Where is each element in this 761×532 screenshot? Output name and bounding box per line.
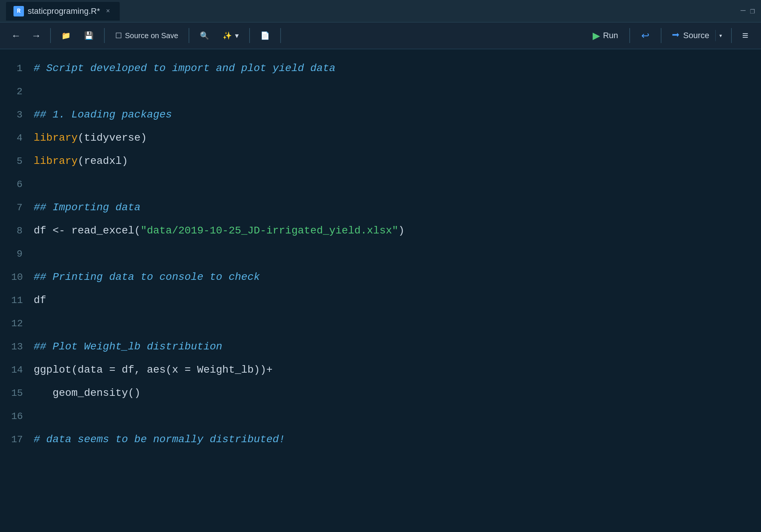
code-content-7: ## Importing data: [34, 196, 141, 219]
code-content-8: df <- read_excel("data/2019-10-25_JD-irr…: [34, 219, 404, 242]
source-on-save-button[interactable]: ☐ Source on Save: [110, 28, 183, 43]
maximize-button[interactable]: ❐: [750, 6, 755, 16]
code-line-7: 7 ## Importing data: [0, 196, 761, 219]
tab-close-button[interactable]: ×: [104, 7, 112, 16]
run-button[interactable]: ▶ Run: [587, 27, 624, 45]
code-line-2: 2: [0, 80, 761, 103]
code-content-1: # Script developed to import and plot yi…: [34, 57, 336, 80]
forward-button[interactable]: →: [28, 28, 45, 44]
source-dropdown-button[interactable]: ▾: [715, 30, 726, 41]
save-icon: 💾: [84, 31, 94, 40]
source-on-save-label: Source on Save: [125, 31, 178, 40]
code-content-15: geom_density(): [34, 382, 141, 405]
code-line-12: 12: [0, 312, 761, 335]
code-line-13: 13 ## Plot Weight_lb distribution: [0, 335, 761, 358]
separator-3: [189, 28, 189, 43]
folder-icon: 📁: [61, 31, 71, 40]
rerun-button[interactable]: ↩: [635, 27, 655, 45]
separator-2: [104, 28, 105, 43]
code-line-1: 1 # Script developed to import and plot …: [0, 57, 761, 80]
line-number-1: 1: [11, 57, 34, 80]
search-icon: 🔍: [200, 31, 209, 40]
code-line-4: 4 library(tidyverse): [0, 126, 761, 150]
line-number-12: 12: [11, 312, 34, 335]
source-arrow-icon: ⮕: [672, 31, 680, 40]
line-number-9: 9: [11, 242, 34, 266]
code-line-8: 8 df <- read_excel("data/2019-10-25_JD-i…: [0, 219, 761, 242]
r-file-icon: R: [13, 6, 24, 16]
editor-tab[interactable]: R staticprograming.R* ×: [6, 2, 120, 21]
line-number-16: 16: [11, 405, 34, 428]
source-control: ⮕ Source ▾: [667, 28, 726, 43]
code-line-5: 5 library(readxl): [0, 150, 761, 173]
line-number-15: 15: [11, 382, 34, 405]
line-number-3: 3: [11, 103, 34, 126]
source-button[interactable]: ⮕ Source: [667, 28, 715, 43]
code-content-14: ggplot(data = df, aes(x = Weight_lb))+: [34, 358, 273, 382]
forward-icon: →: [31, 30, 41, 41]
line-number-7: 7: [11, 196, 34, 219]
code-line-10: 10 ## Printing data to console to check: [0, 266, 761, 289]
code-line-16: 16: [0, 405, 761, 428]
line-number-2: 2: [11, 80, 34, 103]
code-content-5: library(readxl): [34, 150, 128, 173]
minimize-button[interactable]: —: [741, 6, 746, 16]
source-label: Source: [683, 31, 709, 40]
back-icon: ←: [11, 30, 21, 41]
code-line-15: 15 geom_density(): [0, 382, 761, 405]
line-number-5: 5: [11, 150, 34, 173]
line-number-17: 17: [11, 428, 34, 451]
code-line-17: 17 # data seems to be normally distribut…: [0, 428, 761, 451]
code-line-6: 6: [0, 173, 761, 196]
code-content-13: ## Plot Weight_lb distribution: [34, 335, 222, 358]
save-button[interactable]: 💾: [79, 28, 99, 43]
line-number-8: 8: [11, 219, 34, 242]
code-content-10: ## Printing data to console to check: [34, 266, 260, 289]
separator-4: [249, 28, 250, 43]
menu-icon: ≡: [742, 30, 748, 42]
separator-7: [661, 28, 661, 43]
back-button[interactable]: ←: [7, 28, 25, 44]
tab-title: staticprograming.R*: [28, 6, 100, 16]
line-number-11: 11: [11, 289, 34, 312]
toolbar: ← → 📁 💾 ☐ Source on Save 🔍 ✨ ▾ 📄 ▶ Run ↩: [0, 22, 761, 49]
code-content-17: # data seems to be normally distributed!: [34, 428, 285, 451]
menu-button[interactable]: ≡: [737, 27, 754, 45]
code-editor[interactable]: 1 # Script developed to import and plot …: [0, 49, 761, 532]
magic-wand-button[interactable]: ✨ ▾: [217, 28, 244, 43]
line-number-6: 6: [11, 173, 34, 196]
code-line-11: 11 df: [0, 289, 761, 312]
separator-1: [50, 28, 51, 43]
separator-6: [629, 28, 630, 43]
separator-5: [280, 28, 281, 43]
rerun-icon: ↩: [641, 30, 650, 42]
source-on-save-checkbox: ☐: [115, 31, 122, 40]
window-controls: — ❐: [741, 6, 755, 16]
wand-dropdown-icon: ▾: [235, 31, 239, 40]
line-number-10: 10: [11, 266, 34, 289]
pages-icon: 📄: [260, 31, 270, 40]
search-button[interactable]: 🔍: [195, 28, 214, 43]
line-number-13: 13: [11, 335, 34, 358]
pages-button[interactable]: 📄: [255, 28, 275, 43]
code-line-9: 9: [0, 242, 761, 266]
run-label: Run: [603, 31, 618, 40]
separator-8: [731, 28, 732, 43]
code-content-4: library(tidyverse): [34, 126, 147, 150]
code-content-11: df: [34, 289, 46, 312]
code-line-14: 14 ggplot(data = df, aes(x = Weight_lb))…: [0, 358, 761, 382]
run-play-icon: ▶: [593, 30, 600, 42]
code-line-3: 3 ## 1. Loading packages: [0, 103, 761, 126]
open-folder-button[interactable]: 📁: [56, 28, 76, 43]
line-number-14: 14: [11, 358, 34, 382]
code-content-3: ## 1. Loading packages: [34, 103, 172, 126]
wand-icon: ✨: [223, 31, 232, 40]
title-bar: R staticprograming.R* × — ❐: [0, 0, 761, 22]
line-number-4: 4: [11, 126, 34, 150]
